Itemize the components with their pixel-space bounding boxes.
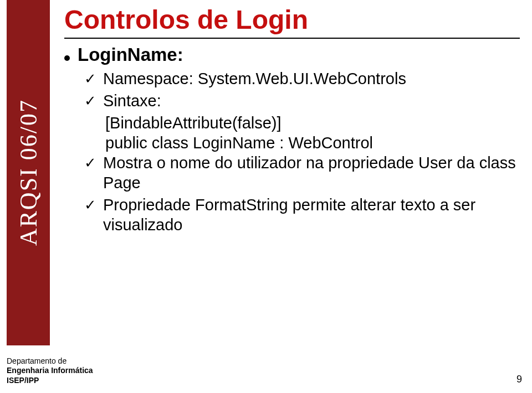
check-icon: ✓ — [84, 195, 96, 215]
list-item: ✓ Propriedade FormatString permite alter… — [84, 195, 519, 235]
section-heading: LoginName: — [78, 44, 183, 65]
list-item: ✓ Namespace: System.Web.UI.WebControls — [84, 69, 519, 89]
check-icon: ✓ — [84, 91, 96, 111]
list-item-text: Mostra o nome do utilizador na proprieda… — [103, 153, 519, 193]
sidebar-label: ARQSI 06/07 — [14, 99, 43, 246]
list-item-text: Sintaxe: — [103, 91, 161, 111]
footer: Departamento de Engenharia Informática I… — [7, 356, 93, 386]
content-area: LoginName: ✓ Namespace: System.Web.UI.We… — [64, 44, 519, 237]
slide-title: Controlos de Login — [64, 4, 308, 35]
check-icon: ✓ — [84, 69, 96, 89]
bullet-dot-icon — [64, 55, 70, 61]
list-item-extra: [BindableAttribute(false)] — [105, 113, 519, 133]
list-item-text: Propriedade FormatString permite alterar… — [103, 195, 519, 235]
check-icon: ✓ — [84, 153, 96, 173]
sidebar-band: ARQSI 06/07 — [7, 0, 50, 345]
list-item-text: Namespace: System.Web.UI.WebControls — [103, 69, 406, 89]
footer-line3: ISEP/IPP — [7, 376, 93, 386]
bullet-level1: LoginName: ✓ Namespace: System.Web.UI.We… — [64, 44, 519, 235]
title-underline — [64, 38, 520, 39]
sub-list: ✓ Namespace: System.Web.UI.WebControls ✓… — [84, 69, 519, 235]
list-item-extra: public class LoginName : WebControl — [105, 133, 519, 153]
page-number: 9 — [516, 374, 522, 385]
list-item: ✓ Mostra o nome do utilizador na proprie… — [84, 153, 519, 193]
list-item: ✓ Sintaxe: — [84, 91, 519, 111]
footer-line2: Engenharia Informática — [7, 366, 93, 376]
footer-line1: Departamento de — [7, 356, 93, 366]
